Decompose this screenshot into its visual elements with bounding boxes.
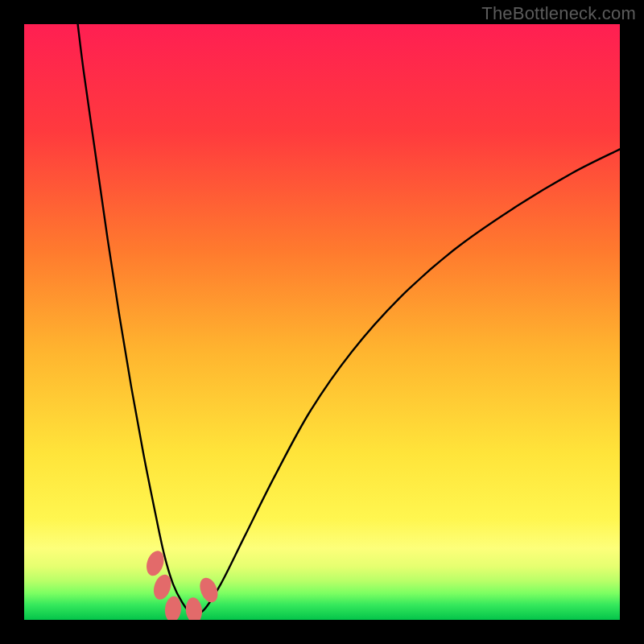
markers-group [143, 548, 221, 620]
watermark-text: TheBottleneck.com [481, 3, 636, 24]
marker-bottom-right [184, 597, 203, 620]
curve-line [78, 24, 620, 614]
chart-svg [24, 24, 620, 620]
outer-frame: TheBottleneck.com [0, 0, 644, 644]
plot-area [24, 24, 620, 620]
